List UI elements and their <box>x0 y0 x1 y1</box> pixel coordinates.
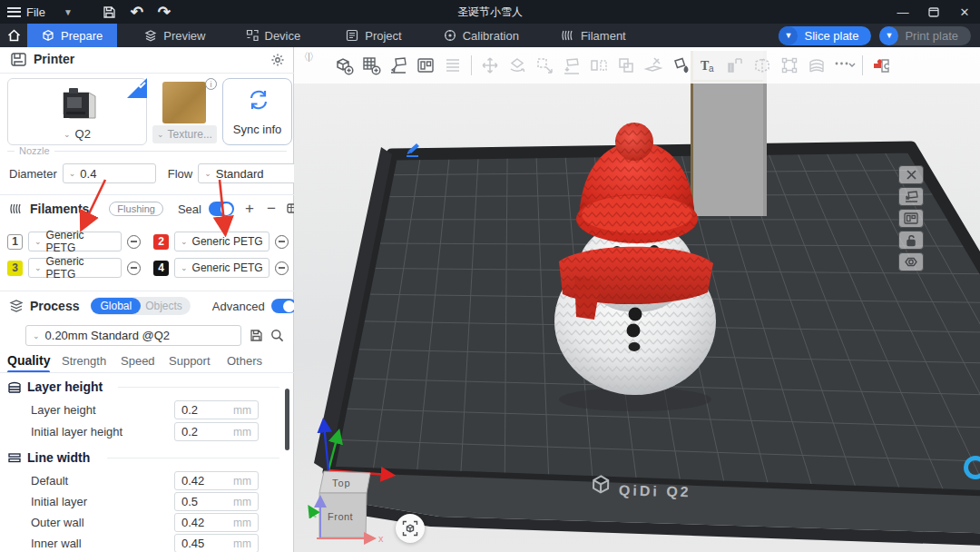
split-object-button[interactable] <box>749 52 776 79</box>
viewport-3d: QiDi Q2 <box>294 47 980 552</box>
filament-4-select[interactable]: ⌄Generic PETG <box>174 258 270 278</box>
layer-height-input[interactable]: 0.2mm <box>174 400 259 419</box>
text-tool-button[interactable]: Ta <box>694 52 721 79</box>
filament-4-remove-icon[interactable] <box>275 261 289 275</box>
diameter-value: 0.4 <box>80 167 96 181</box>
paint-tool-button[interactable] <box>667 52 694 79</box>
seam-paint-button[interactable] <box>776 52 803 79</box>
add-filament-button[interactable]: + <box>245 200 254 218</box>
save-preset-icon[interactable] <box>250 329 263 342</box>
scale-tool-button[interactable] <box>531 52 558 79</box>
tab-quality[interactable]: Quality <box>7 353 50 368</box>
merge-objects-button[interactable] <box>612 52 640 79</box>
home-button[interactable] <box>0 24 27 47</box>
scope-objects-button[interactable]: Objects <box>141 298 191 314</box>
tab-calibration[interactable]: Calibration <box>429 24 534 47</box>
move-tool-button[interactable] <box>476 52 504 79</box>
tab-label: Project <box>365 29 401 43</box>
plate-type-select[interactable]: ⌄ Texture... <box>152 125 217 143</box>
printer-card[interactable]: ⌄ Q2 <box>7 78 147 145</box>
undo-icon: ↶ <box>131 3 143 22</box>
flushing-button[interactable]: Flushing <box>109 202 163 216</box>
minimize-button[interactable]: — <box>887 0 918 24</box>
seal-toggle[interactable] <box>209 202 234 216</box>
filament-3-select[interactable]: ⌄Generic PETG <box>28 258 122 278</box>
sync-info-button[interactable]: Sync info <box>222 78 292 145</box>
drop-to-plate-button[interactable] <box>898 187 924 206</box>
default-line-width-input[interactable]: 0.42mm <box>174 471 259 490</box>
info-icon[interactable]: i <box>205 78 217 90</box>
hide-object-button[interactable] <box>898 252 924 271</box>
maximize-button[interactable] <box>918 0 949 24</box>
print-plate-button[interactable]: ▼ Print plate <box>879 26 971 45</box>
print-options-chevron-icon[interactable]: ▼ <box>879 26 898 45</box>
process-preset-select[interactable]: ⌄ 0.20mm Standard @Q2 <box>25 325 241 346</box>
initial-layer-line-width-input[interactable]: 0.5mm <box>174 492 259 511</box>
texture-plate-image <box>162 82 206 123</box>
plate-type-label: Texture... <box>168 128 212 141</box>
filament-slot-1: 1 ⌄Generic PETG 2 ⌄Generic PETG <box>7 232 289 251</box>
remove-filament-button[interactable]: − <box>267 200 276 218</box>
more-tools-button[interactable] <box>830 52 858 79</box>
filament-1-select[interactable]: ⌄Generic PETG <box>28 232 122 251</box>
flow-select[interactable]: ⌄ Standard <box>198 163 299 183</box>
tab-others[interactable]: Others <box>227 354 262 368</box>
rotate-tool-button[interactable] <box>504 52 531 79</box>
advanced-toggle[interactable] <box>271 299 297 313</box>
close-button[interactable]: ✕ <box>949 0 980 24</box>
filament-2-select[interactable]: ⌄Generic PETG <box>174 232 270 251</box>
scope-global-button[interactable]: Global <box>91 298 141 314</box>
tab-support[interactable]: Support <box>169 354 211 368</box>
tab-speed[interactable]: Speed <box>121 354 155 368</box>
arrange-button[interactable] <box>412 52 439 79</box>
plate-edit-pencil-icon[interactable] <box>401 138 423 160</box>
initial-layer-height-input[interactable]: 0.2mm <box>174 422 259 441</box>
filament-2-remove-icon[interactable] <box>275 235 289 249</box>
tab-label: Device <box>265 29 301 43</box>
split-stack-button[interactable] <box>439 52 466 79</box>
file-menu[interactable]: File ▼ <box>0 0 80 24</box>
inner-wall-line-width-input[interactable]: 0.45mm <box>174 534 259 552</box>
search-preset-icon[interactable] <box>270 329 284 342</box>
plate-type-card[interactable]: i ⌄ Texture... <box>152 78 217 145</box>
cut-tool-button[interactable] <box>640 52 667 79</box>
tab-device[interactable]: Device <box>231 24 316 47</box>
tab-preview[interactable]: Preview <box>130 24 220 47</box>
undo-button[interactable]: ↶ <box>123 0 151 24</box>
mirror-tool-button[interactable] <box>585 52 612 79</box>
outer-wall-line-width-input[interactable]: 0.42mm <box>174 513 259 532</box>
assembly-view-button[interactable] <box>867 52 895 79</box>
delete-object-button[interactable] <box>898 165 924 184</box>
nav-cube[interactable]: Top Front <box>319 471 370 537</box>
filaments-section-title: Filaments <box>30 202 89 216</box>
slice-options-chevron-icon[interactable]: ▼ <box>779 26 798 45</box>
add-plate-button[interactable] <box>358 52 385 79</box>
slice-plate-button[interactable]: ▼ Slice plate <box>779 26 871 45</box>
support-paint-button[interactable] <box>721 52 749 79</box>
tab-filament[interactable]: Filament <box>546 24 641 47</box>
tab-prepare[interactable]: Prepare <box>27 24 117 47</box>
tab-project[interactable]: Project <box>331 24 416 47</box>
printer-settings-button[interactable] <box>270 53 285 67</box>
variable-layer-height-button[interactable] <box>803 52 830 79</box>
lock-object-button[interactable] <box>898 231 924 250</box>
param-value: 0.42 <box>181 474 204 488</box>
lay-flat-button[interactable] <box>558 52 585 79</box>
panel-scrollbar[interactable] <box>285 389 289 450</box>
diameter-label: Diameter <box>9 167 57 181</box>
fit-view-button[interactable] <box>396 514 425 543</box>
auto-orient-button[interactable] <box>385 52 412 79</box>
add-model-button[interactable] <box>330 52 358 79</box>
param-unit: mm <box>233 496 251 508</box>
scale-icon <box>534 55 554 75</box>
scene-3d[interactable]: QiDi Q2 <box>294 47 980 552</box>
filament-1-remove-icon[interactable] <box>127 235 141 249</box>
redo-button[interactable]: ↷ <box>151 0 178 24</box>
auto-arrange-object-button[interactable] <box>898 209 924 228</box>
diameter-select[interactable]: ⌄ 0.4 <box>63 163 156 183</box>
tab-strength[interactable]: Strength <box>62 354 106 368</box>
save-button[interactable] <box>96 0 123 24</box>
collapse-panel-handle[interactable]: 〈|〉 <box>299 50 318 64</box>
printer-model-select[interactable]: ⌄ Q2 <box>8 127 146 141</box>
filament-3-remove-icon[interactable] <box>127 261 141 275</box>
